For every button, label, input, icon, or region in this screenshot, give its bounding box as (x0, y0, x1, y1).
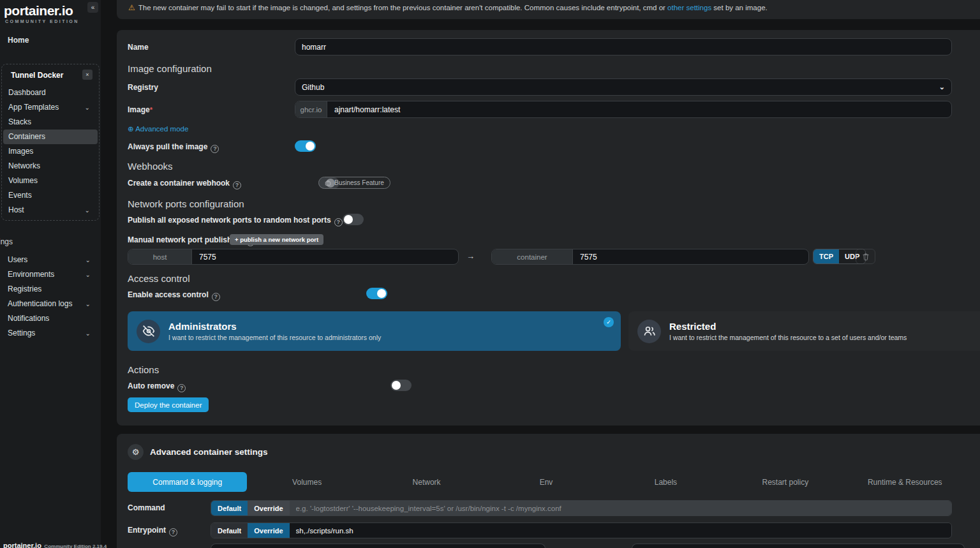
image-input[interactable] (327, 101, 951, 117)
host-port-input[interactable] (192, 249, 458, 264)
users-icon (637, 320, 661, 343)
name-input[interactable] (295, 38, 952, 56)
tab-network[interactable]: Network (367, 472, 486, 492)
warning-icon: ⚠ (128, 3, 135, 12)
environment-close-icon[interactable]: × (82, 70, 93, 80)
help-icon: ? (233, 181, 241, 189)
restricted-card[interactable]: Restricted I want to restrict the manage… (628, 311, 980, 351)
image-input-group: ghcr.io (295, 101, 952, 118)
sidebar-item-images[interactable]: Images (3, 144, 98, 159)
sidebar: portainer.io COMMUNITY EDITION « Home Tu… (0, 0, 101, 548)
command-override-button[interactable]: Override (248, 501, 289, 515)
other-settings-link[interactable]: other settings (667, 4, 711, 11)
enable-access-toggle[interactable] (366, 288, 387, 299)
host-port-prefix: host (128, 249, 192, 264)
auto-remove-toggle[interactable] (390, 380, 412, 391)
registry-select[interactable]: Github ⌄ (295, 78, 952, 96)
always-pull-label: Always pull the image? (128, 142, 219, 153)
tcp-button[interactable]: TCP (813, 249, 839, 263)
sidebar-item-host[interactable]: Host⌄ (3, 203, 98, 218)
warning-text-after: set by an image. (711, 4, 768, 11)
administrators-desc: I want to restrict the management of thi… (168, 334, 381, 341)
sidebar-footer: portainer.io Community Edition 2.19.4 (3, 539, 107, 548)
entrypoint-label: Entrypoint? (128, 526, 177, 537)
publish-all-toggle[interactable] (343, 214, 364, 225)
registry-value: Github (302, 83, 324, 92)
admin-section: Users⌄ Environments⌄ Registries Authenti… (3, 253, 98, 341)
sidebar-item-settings[interactable]: Settings⌄ (3, 326, 98, 341)
webhook-label: Create a container webhook? (128, 179, 241, 189)
tab-labels[interactable]: Labels (606, 472, 725, 492)
command-default-button[interactable]: Default (211, 501, 248, 515)
footer-version: Community Edition 2.19.4 (44, 544, 107, 548)
entrypoint-override-button[interactable]: Override (248, 523, 289, 538)
briefcase-icon (325, 180, 331, 186)
sidebar-item-containers[interactable]: Containers (3, 130, 98, 144)
restricted-title: Restricted (669, 321, 907, 332)
chevron-down-icon: ⌄ (85, 100, 90, 115)
sidebar-item-events[interactable]: Events (3, 188, 98, 203)
gear-icon: ⚙ (128, 444, 144, 460)
help-icon: ? (334, 218, 343, 226)
command-input[interactable] (290, 501, 951, 515)
sidebar-item-volumes[interactable]: Volumes (3, 174, 98, 188)
edition-label: COMMUNITY EDITION (5, 19, 100, 24)
sidebar-item-environments[interactable]: Environments⌄ (3, 267, 98, 282)
sidebar-item-authentication-logs[interactable]: Authentication logs⌄ (3, 297, 98, 311)
footer-brand: portainer.io (3, 542, 41, 548)
chevron-down-icon: ⌄ (85, 297, 91, 311)
help-icon: ? (212, 293, 220, 301)
tab-volumes[interactable]: Volumes (247, 472, 366, 492)
eye-off-icon (137, 320, 160, 343)
tab-restart-policy[interactable]: Restart policy (725, 472, 845, 492)
tab-env[interactable]: Env (486, 472, 605, 492)
network-ports-heading: Network ports configuration (128, 198, 244, 209)
sidebar-item-users[interactable]: Users⌄ (3, 253, 98, 267)
toggle-knob (392, 381, 401, 390)
webhooks-heading: Webhooks (128, 161, 173, 172)
environment-name: Tunnel Docker (11, 71, 63, 80)
publish-new-port-button[interactable]: + publish a new network port (230, 234, 323, 245)
working-dir-input[interactable] (211, 544, 546, 548)
tab-runtime-resources[interactable]: Runtime & Resources (845, 472, 965, 492)
user-input[interactable] (632, 544, 965, 548)
sidebar-collapse-button[interactable]: « (87, 2, 98, 13)
name-label: Name (128, 43, 149, 52)
always-pull-toggle[interactable] (295, 140, 316, 152)
restricted-desc: I want to restrict the management of thi… (669, 334, 907, 341)
sidebar-item-home[interactable]: Home (3, 33, 98, 48)
toggle-knob (377, 289, 386, 298)
delete-port-button[interactable] (856, 249, 875, 264)
advanced-mode-link[interactable]: ⊕ Advanced mode (128, 125, 188, 133)
container-port-input[interactable] (573, 249, 808, 264)
advanced-mode-icon: ⊕ (128, 125, 135, 133)
tab-command-logging[interactable]: Command & logging (128, 472, 247, 492)
sidebar-item-dashboard[interactable]: Dashboard (3, 85, 98, 100)
sidebar-item-notifications[interactable]: Notifications (3, 311, 98, 326)
advanced-mode-link-row: ⊕ Advanced mode (128, 124, 188, 133)
enable-access-label: Enable access control? (128, 290, 220, 301)
chevron-down-icon: ⌄ (85, 267, 91, 282)
container-port-group: container (491, 249, 809, 265)
entrypoint-default-button[interactable]: Default (211, 523, 248, 538)
image-configuration-heading: Image configuration (128, 63, 212, 74)
logo-text: portainer.io (4, 3, 100, 19)
environment-section: Tunnel Docker × Dashboard App Templates⌄… (1, 64, 100, 221)
advanced-settings-title: Advanced container settings (150, 447, 268, 457)
entrypoint-input[interactable] (290, 523, 951, 538)
host-port-group: host (128, 249, 459, 265)
warning-text: The new container may fail to start if t… (138, 4, 667, 11)
sidebar-item-stacks[interactable]: Stacks (3, 115, 98, 130)
trash-icon (862, 253, 870, 261)
sidebar-item-networks[interactable]: Networks (3, 159, 98, 174)
help-icon: ? (169, 528, 177, 537)
command-label: Command (128, 503, 165, 512)
deploy-container-button[interactable]: Deploy the container (128, 397, 209, 412)
create-container-form: Name Image configuration Registry Github… (117, 30, 980, 426)
administrators-card[interactable]: Administrators I want to restrict the ma… (128, 311, 621, 351)
help-icon: ? (177, 384, 186, 392)
sidebar-item-app-templates[interactable]: App Templates⌄ (3, 100, 98, 115)
advanced-settings-panel: ⚙ Advanced container settings Command & … (117, 434, 980, 548)
publish-all-label: Publish all exposed network ports to ran… (128, 216, 343, 226)
sidebar-item-registries[interactable]: Registries (3, 282, 98, 297)
